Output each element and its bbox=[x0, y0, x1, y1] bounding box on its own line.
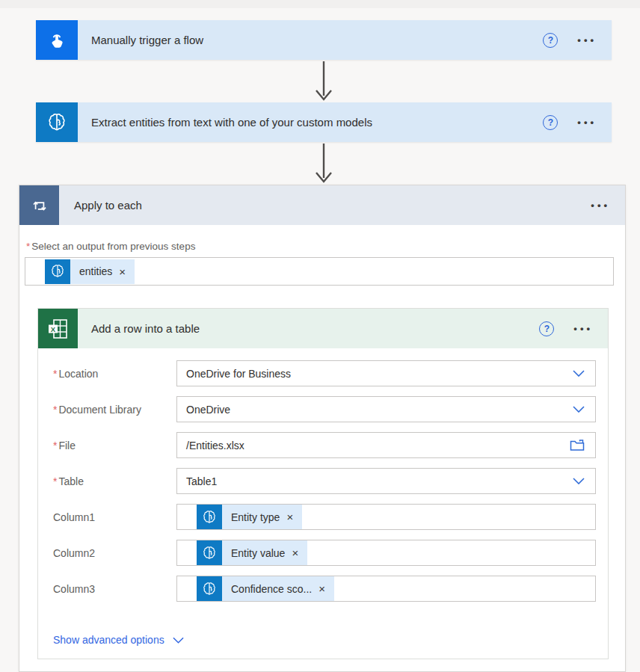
field-label: Column3 bbox=[53, 583, 176, 595]
help-icon[interactable]: ? bbox=[543, 115, 558, 130]
location-dropdown[interactable]: OneDrive for Business bbox=[176, 360, 596, 386]
ai-builder-brain-icon bbox=[197, 505, 222, 529]
token-label: Confidence sco... bbox=[231, 583, 312, 595]
chevron-down-icon bbox=[173, 637, 184, 644]
entity-value-token[interactable]: Entity value × bbox=[197, 540, 307, 565]
excel-add-row-card: X Add a row into a table ? ••• *Location… bbox=[37, 308, 609, 659]
token-label: entities bbox=[79, 265, 112, 277]
column2-input[interactable]: Entity value × bbox=[176, 540, 596, 566]
loop-icon bbox=[19, 185, 59, 225]
folder-picker-icon[interactable] bbox=[568, 438, 586, 453]
excel-card-body: *Location OneDrive for Business *Documen… bbox=[38, 348, 608, 647]
confidence-score-token[interactable]: Confidence sco... × bbox=[197, 576, 334, 601]
field-label: Column1 bbox=[53, 511, 176, 523]
field-row-column3: Column3 Confidence sco.. bbox=[53, 576, 596, 602]
help-icon[interactable]: ? bbox=[539, 321, 554, 336]
apply-to-each-title: Apply to each bbox=[59, 199, 591, 212]
field-value: OneDrive bbox=[186, 404, 230, 416]
field-label: Column2 bbox=[53, 547, 176, 559]
entity-type-token[interactable]: Entity type × bbox=[197, 505, 302, 529]
extract-card-title: Extract entities from text with one of y… bbox=[78, 116, 543, 129]
field-row-column2: Column2 Entity value bbox=[53, 540, 596, 566]
field-value: /Entities.xlsx bbox=[186, 440, 244, 451]
field-row-table: *Table Table1 bbox=[53, 468, 596, 494]
svg-text:X: X bbox=[50, 324, 55, 333]
excel-card-title: Add a row into a table bbox=[78, 322, 539, 335]
more-menu-icon[interactable]: ••• bbox=[573, 323, 593, 334]
apply-to-each-header[interactable]: Apply to each ••• bbox=[19, 185, 625, 225]
field-value: OneDrive for Business bbox=[186, 368, 291, 380]
remove-token-icon[interactable]: × bbox=[292, 547, 298, 558]
table-dropdown[interactable]: Table1 bbox=[176, 468, 596, 494]
more-menu-icon[interactable]: ••• bbox=[577, 117, 597, 128]
flow-designer-canvas: Manually trigger a flow ? ••• Extract en… bbox=[0, 0, 640, 672]
remove-token-icon[interactable]: × bbox=[119, 266, 126, 277]
help-icon[interactable]: ? bbox=[543, 33, 558, 48]
entities-token[interactable]: entities × bbox=[45, 259, 135, 284]
chevron-down-icon[interactable] bbox=[571, 404, 586, 414]
select-output-input[interactable]: entities × bbox=[25, 257, 614, 286]
excel-icon: X bbox=[38, 309, 78, 348]
remove-token-icon[interactable]: × bbox=[319, 583, 325, 594]
connector-arrow bbox=[314, 144, 333, 184]
document-library-dropdown[interactable]: OneDrive bbox=[176, 396, 596, 422]
field-row-column1: Column1 Entity type bbox=[53, 504, 596, 530]
excel-card-header[interactable]: X Add a row into a table ? ••• bbox=[38, 309, 608, 348]
connector-arrow bbox=[314, 61, 333, 102]
column3-input[interactable]: Confidence sco... × bbox=[176, 576, 596, 602]
trigger-card-title: Manually trigger a flow bbox=[78, 34, 543, 46]
more-menu-icon[interactable]: ••• bbox=[591, 200, 610, 211]
ai-builder-brain-icon bbox=[197, 540, 222, 565]
required-asterisk: * bbox=[26, 241, 30, 252]
remove-token-icon[interactable]: × bbox=[286, 511, 293, 523]
ai-builder-brain-icon bbox=[45, 259, 70, 284]
field-label: *Document Library bbox=[53, 404, 176, 416]
chevron-down-icon[interactable] bbox=[571, 476, 586, 486]
more-menu-icon[interactable]: ••• bbox=[577, 34, 597, 46]
ai-builder-brain-icon bbox=[197, 576, 222, 601]
action-card-extract-entities[interactable]: Extract entities from text with one of y… bbox=[36, 102, 612, 142]
field-label: *File bbox=[53, 440, 176, 451]
trigger-card-manually-trigger-flow[interactable]: Manually trigger a flow ? ••• bbox=[36, 20, 612, 60]
manual-trigger-icon bbox=[36, 20, 78, 60]
top-divider bbox=[0, 0, 640, 8]
chevron-down-icon[interactable] bbox=[571, 369, 586, 378]
file-input[interactable]: /Entities.xlsx bbox=[176, 432, 596, 458]
ai-builder-brain-icon bbox=[36, 102, 78, 142]
field-row-file: *File /Entities.xlsx bbox=[53, 432, 596, 458]
field-label: *Location bbox=[53, 368, 176, 380]
field-label: *Table bbox=[53, 475, 176, 487]
field-row-location: *Location OneDrive for Business bbox=[53, 360, 596, 386]
field-value: Table1 bbox=[186, 475, 217, 487]
apply-to-each-scope: Apply to each ••• *Select an output from… bbox=[19, 185, 626, 672]
token-label: Entity value bbox=[231, 547, 285, 559]
token-label: Entity type bbox=[231, 511, 280, 523]
show-advanced-options-link[interactable]: Show advanced options bbox=[53, 634, 184, 646]
field-row-document-library: *Document Library OneDrive bbox=[53, 396, 596, 422]
select-output-label: *Select an output from previous steps bbox=[26, 241, 195, 252]
column1-input[interactable]: Entity type × bbox=[176, 504, 596, 530]
